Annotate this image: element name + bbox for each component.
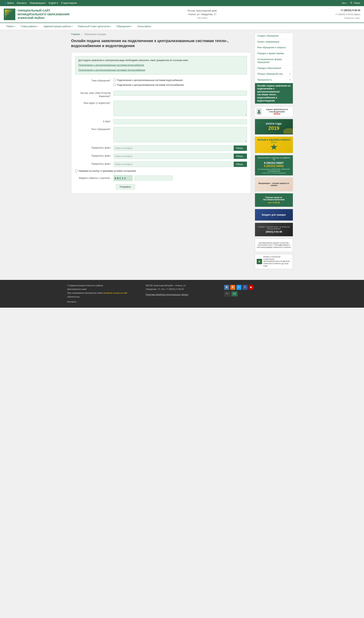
sidebar-banner-telefon[interactable]: Телефон «Горячей линии» по вопросам тепл… bbox=[255, 223, 293, 236]
sidebar-banner-ozenka[interactable]: ОЦЕНКА ДЕЯТЕЛЬНОСТИ РУКОВОДИТЕЛЕЙ ИТОГИ bbox=[255, 107, 293, 117]
address-field[interactable] bbox=[113, 101, 247, 116]
main-nav: Район ▾ Глава района ▾ Администрация рай… bbox=[0, 23, 364, 30]
file3-row: Прикрепить файл: Обзор... bbox=[75, 161, 247, 167]
checkbox-group: Подключение к централизованным системам … bbox=[113, 78, 247, 87]
submit-button[interactable]: Отправить bbox=[116, 184, 135, 189]
nav-arrow-icon: ▾ bbox=[37, 26, 38, 27]
accessibility-btn[interactable]: Аа☺ bbox=[342, 2, 347, 4]
sidebar-item-my[interactable]: Мои обращения и запросы bbox=[255, 45, 293, 51]
social-vk-icon[interactable]: В bbox=[224, 285, 229, 290]
text-field[interactable] bbox=[113, 127, 247, 142]
info-link[interactable]: Информация ▾ bbox=[30, 2, 46, 4]
info-box-link1[interactable]: Подключение к централизованным системам … bbox=[78, 64, 144, 67]
sidebar-item-reviews[interactable]: Обзоры обращений лиц ▾ bbox=[255, 71, 293, 77]
nav-item-obrash[interactable]: Обращения ▾ bbox=[114, 23, 134, 30]
captcha-label: Введите символы с картинки : bbox=[75, 177, 113, 179]
social-youtube-icon[interactable]: ▶ bbox=[249, 285, 254, 290]
sidebar-item-transparency[interactable]: Прозрачность ▾ bbox=[255, 77, 293, 83]
captcha-input[interactable] bbox=[134, 175, 173, 181]
text-label: Текст обращения*: bbox=[75, 127, 113, 131]
file3-input bbox=[113, 161, 234, 167]
breadcrumb-home[interactable]: Главная bbox=[71, 33, 80, 36]
file1-input-row: Обзор... bbox=[113, 146, 247, 151]
login-link[interactable]: 👤 Войти bbox=[4, 2, 14, 4]
banner-gp-title: Горячая линия по пассажироперевозкам bbox=[257, 196, 291, 201]
name-row: Как вас зовут (Имя Отчество Фамилия)*: bbox=[75, 91, 247, 98]
nav-item-admin[interactable]: Администрация района ▾ bbox=[41, 23, 75, 30]
file2-browse-btn[interactable]: Обзор... bbox=[234, 154, 247, 159]
sidebar-item-schedule[interactable]: Порядок и время приема bbox=[255, 51, 293, 57]
sidebar-item-online[interactable]: Онлайн подача заявления на подключение к… bbox=[255, 83, 293, 104]
search-btn[interactable]: 🔍 Поиск bbox=[350, 2, 360, 4]
sidebar-banner-vac[interactable]: Вакцинация – лучшая защита от гриппа bbox=[255, 177, 293, 191]
sidebar-menu: Создать обращение Запрос информации Мои … bbox=[255, 33, 293, 104]
nav-item-glava[interactable]: Глава района ▾ bbox=[18, 23, 41, 30]
name-field[interactable] bbox=[113, 91, 247, 96]
footer-copyright: © Администрация Ачинского района bbox=[67, 284, 140, 288]
footer-policy-link[interactable]: Политика обработки персональных данных bbox=[146, 293, 188, 296]
sidebar-banner-itogi[interactable]: ИТОГИ ГОДА 2019 bbox=[255, 119, 293, 134]
sidebar-item-create[interactable]: Создать обращение bbox=[255, 33, 293, 39]
address-label: Ваш адрес (с индексом)*: bbox=[75, 101, 113, 105]
social-twitter-icon[interactable]: t bbox=[236, 285, 241, 290]
banner-nez-title: НЕЗАВИСИМАЯ ОЦЕНКА КАЧЕСТВА ОКАЗАНИЯ УСЛ… bbox=[257, 242, 291, 249]
footer-col-address: 662150, Красноярский край, г. Ачинск, ул… bbox=[146, 284, 219, 304]
sidebar: Создать обращение Запрос информации Мои … bbox=[255, 33, 293, 271]
file1-wrap: Обзор... bbox=[113, 146, 247, 151]
site-logo bbox=[4, 9, 15, 20]
banner-ozenka-title: ОЦЕНКА ДЕЯТЕЛЬНОСТИ РУКОВОДИТЕЛЕЙ bbox=[263, 108, 291, 113]
checkbox1[interactable] bbox=[113, 79, 116, 81]
sidebar-item-forms[interactable]: Установленные формы обращений bbox=[255, 57, 293, 66]
header-left: ОФИЦИАЛЬНЫЙ САЙТ МУНИЦИПАЛЬНОГО ОБРАЗОВА… bbox=[4, 9, 69, 20]
email-field[interactable] bbox=[113, 119, 247, 124]
site-header: ОФИЦИАЛЬНЫЙ САЙТ МУНИЦИПАЛЬНОГО ОБРАЗОВА… bbox=[0, 6, 364, 23]
sidebar-item-appeal[interactable]: Порядок обжалования bbox=[255, 66, 293, 71]
nav-item-rayon[interactable]: Район ▾ bbox=[4, 23, 18, 30]
english-link[interactable]: English ▾ bbox=[49, 2, 58, 4]
svg-rect-5 bbox=[258, 112, 260, 114]
sidebar-banner-gp[interactable]: Горячая линия по пассажироперевозкам тел… bbox=[255, 193, 293, 207]
nav-item-sovet[interactable]: Районный Совет депутатов ▾ bbox=[75, 23, 114, 30]
svg-marker-8 bbox=[258, 260, 261, 263]
file1-browse-btn[interactable]: Обзор... bbox=[234, 146, 247, 151]
sidebar-banner-hotline[interactable]: Горячая линия по переходу на цифровое ТВ… bbox=[255, 155, 293, 175]
sidebar-banner-proekt[interactable]: ПРОЕКТ СТРАТЕГИИ СОЦИАЛЬНО-ЭКОНОМИЧЕСКОГ… bbox=[255, 254, 293, 269]
file2-row: Прикрепить файл: Обзор... bbox=[75, 154, 247, 159]
sidebar-banner-film[interactable]: ФИЛЬМ К ЮБИЛЕЮ РАЙОНА 55 лет bbox=[255, 136, 293, 153]
old-version-link[interactable]: Старая версия bbox=[61, 2, 77, 4]
banner-ozenka-sub: ИТОГИ bbox=[263, 113, 291, 115]
header-contacts: +7 (39151) 5-40-43 +7 (39151) 5-40-52 (ф… bbox=[335, 8, 360, 20]
checkbox2-label[interactable]: Подключение к централизованным системам … bbox=[113, 83, 247, 87]
file3-browse-btn[interactable]: Обзор... bbox=[234, 161, 247, 167]
contacts-link[interactable]: Контакты bbox=[17, 2, 27, 4]
agree-checkbox[interactable] bbox=[75, 170, 78, 172]
checkbox2[interactable] bbox=[113, 83, 116, 86]
address-row: Ваш адрес (с индексом)*: bbox=[75, 101, 247, 117]
footer-copy-link[interactable]: активная ссылка на сайт bbox=[103, 292, 128, 294]
email-field-wrap bbox=[113, 119, 247, 124]
banner-budget-title: Бюджет для граждан bbox=[262, 214, 286, 216]
sidebar-banner-budget[interactable]: Бюджет для граждан bbox=[255, 209, 293, 221]
captcha-row: Введите символы с картинки : ABC12 bbox=[75, 175, 247, 181]
page-title: Онлайн подача заявления на подключение к… bbox=[71, 38, 251, 48]
footer-social: В Я t f ▶ bbox=[224, 285, 297, 290]
sidebar-banner-nez[interactable]: НЕЗАВИСИМАЯ ОЦЕНКА КАЧЕСТВА ОКАЗАНИЯ УСЛ… bbox=[255, 238, 293, 252]
file1-input bbox=[113, 146, 234, 151]
submit-row: Отправить bbox=[116, 184, 247, 189]
nav-item-selsovet[interactable]: Сельсоветы bbox=[134, 23, 154, 30]
banner-telefon-title: Телефон «Горячей линии» по вопросам тепл… bbox=[257, 226, 291, 230]
banner-film-sub: 55 лет bbox=[271, 141, 277, 143]
info-box-link2[interactable]: Подключение к централизованным системам … bbox=[78, 69, 145, 71]
topic-label: Тема обращения*: bbox=[75, 78, 113, 82]
banner-itogi-title: ИТОГИ ГОДА bbox=[266, 122, 282, 125]
topic-row: Тема обращения*: Подключение к централиз… bbox=[75, 78, 247, 88]
footer-contacts-link[interactable]: Контакты bbox=[67, 301, 77, 303]
social-ok-icon[interactable]: Я bbox=[230, 285, 235, 290]
sidebar-item-request[interactable]: Запрос информации bbox=[255, 39, 293, 45]
checkbox1-label[interactable]: Подключение к централизованным системам … bbox=[113, 78, 247, 82]
social-fb-icon[interactable]: f bbox=[243, 285, 247, 290]
info-box-text: Для подачи заявления в электронном виде … bbox=[78, 59, 244, 62]
file3-label: Прикрепить файл: bbox=[75, 161, 113, 166]
sidebar-arrow-icon: ▾ bbox=[290, 73, 291, 75]
info-arrow-icon: ▾ bbox=[44, 2, 46, 4]
